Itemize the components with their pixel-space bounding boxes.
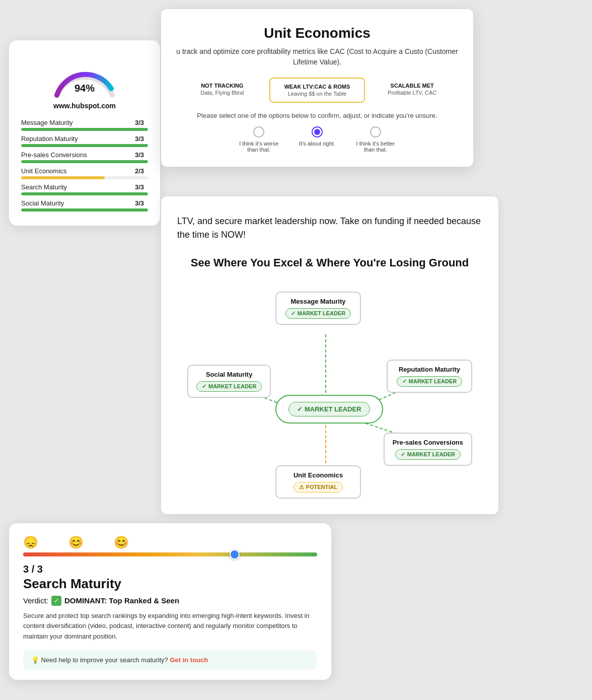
center-badge: ✓ MARKET LEADER [288,402,370,416]
slider-thumb[interactable] [230,549,240,559]
metric-bar-fill [21,208,148,212]
stage-title: WEAK LTV:CAC & ROMS [276,84,358,90]
stage-sub: Leaving $$ on the Table [276,91,358,97]
card-body-text: Secure and protect top search rankings b… [23,611,317,642]
stage-item: SCALABLE METProfitable LTV, CAC [365,78,459,103]
check-icon: ✓ [291,310,295,317]
metric-bar-fill [21,144,148,147]
stage-title: SCALABLE MET [371,83,453,89]
reputation-maturity-node: Reputation Maturity ✓ MARKET LEADER [387,360,472,393]
check-icon-3: ✓ [402,378,407,385]
metric-bar-wrap [21,144,148,147]
metric-block: Reputation Maturity 3/3 [21,135,148,147]
center-node: ✓ MARKET LEADER [275,395,383,424]
metric-bar-wrap [21,192,148,195]
help-link[interactable]: Get in touch [170,656,208,664]
stage-sub: Profitable LTV, CAC [371,90,453,96]
metric-label: Message Maturity [21,119,131,126]
presales-node: Pre-sales Conversions ✓ MARKET LEADER [384,433,472,466]
site-url: www.hubspot.com [21,102,148,110]
metric-bar-fill [21,176,105,179]
metric-block: Search Maturity 3/3 [21,183,148,195]
metric-label: Social Maturity [21,199,131,207]
warning-icon: ⚠ [299,484,304,491]
slider-track[interactable] [23,552,317,556]
stage-title: NOT TRACKING [181,83,263,89]
metric-bar-wrap [21,160,148,163]
metrics-container: Message Maturity 3/3 Reputation Maturity… [21,119,148,212]
right-panel: LTV, and secure market leadership now. T… [161,196,498,514]
verdict-text: DOMINANT: Top Ranked & Seen [64,596,179,605]
metric-block: Pre-sales Conversions 3/3 [21,151,148,163]
verdict-label: Verdict: [23,596,48,605]
social-maturity-node: Social Maturity ✓ MARKET LEADER [187,365,271,398]
message-maturity-badge: ✓ MARKET LEADER [285,308,351,319]
social-maturity-badge: ✓ MARKET LEADER [196,381,262,392]
radio-option[interactable]: It's about right. [299,126,335,147]
reputation-maturity-title: Reputation Maturity [396,366,463,373]
help-box: 💡 Need help to improve your search matur… [23,650,317,670]
presales-title: Pre-sales Conversions [393,439,463,446]
radio-circle[interactable] [370,126,381,137]
stage-item: NOT TRACKINGData, Flying Blind [175,78,269,103]
social-maturity-title: Social Maturity [196,371,262,378]
radio-options[interactable]: I think it's worse than that. It's about… [175,126,459,153]
emoji-happy: 😊 [114,535,129,549]
radio-label: I think it's better than that. [355,141,396,153]
stage-sub: Data, Flying Blind [181,90,263,96]
emoji-row: 😞 😊 😊 [23,535,317,549]
metric-bar-wrap [21,176,148,179]
presales-badge: ✓ MARKET LEADER [395,449,461,460]
score-card: 94% www.hubspot.com Message Maturity 3/3… [9,40,160,226]
section-title: See Where You Excel & Where You're Losin… [177,256,482,270]
metric-label: Reputation Maturity [21,135,131,143]
metric-block: Unit Economics 2/3 [21,167,148,179]
radio-circle[interactable] [312,126,323,137]
please-select-text: Please select one of the options below t… [175,112,459,119]
metric-score: 3/3 [135,199,144,207]
gauge-svg: 94% [49,52,120,98]
message-maturity-node: Message Maturity ✓ MARKET LEADER [275,292,361,325]
metric-bar-fill [21,160,148,163]
check-icon-5: ✓ [401,451,405,458]
metric-label: Search Maturity [21,183,131,191]
radio-circle[interactable] [253,126,264,137]
emoji-neutral: 😊 [68,535,84,549]
metric-bar-fill [21,128,148,131]
verdict-row: Verdict: ✓ DOMINANT: Top Ranked & Seen [23,596,317,606]
metric-score: 3/3 [135,119,144,126]
metric-bar-wrap [21,208,148,212]
verdict-check-icon: ✓ [51,596,61,606]
metric-score: 3/3 [135,135,144,143]
metric-score: 3/3 [135,151,144,159]
metric-block: Social Maturity 3/3 [21,199,148,212]
score-big: 3 / 3 [23,564,317,575]
gauge-wrapper: 94% [21,52,148,98]
radio-inner [314,129,320,135]
metric-label: Unit Economics [21,167,131,175]
radio-option[interactable]: I think it's worse than that. [239,126,279,153]
right-panel-top-text: LTV, and secure market leadership now. T… [177,215,482,242]
metric-score: 2/3 [135,167,144,175]
stage-item: WEAK LTV:CAC & ROMSLeaving $$ on the Tab… [269,78,365,103]
metric-block: Message Maturity 3/3 [21,119,148,131]
unit-economics-modal: Unit Economics u track and optimize core… [161,9,473,167]
reputation-maturity-badge: ✓ MARKET LEADER [397,376,462,387]
metric-bar-fill [21,192,148,195]
message-maturity-title: Message Maturity [284,298,352,305]
emoji-sad: 😞 [23,535,38,549]
search-maturity-card: 😞 😊 😊 3 / 3 Search Maturity Verdict: ✓ D… [9,523,331,680]
metric-score: 3/3 [135,183,144,191]
flowchart: Message Maturity ✓ MARKET LEADER Social … [177,287,482,498]
radio-label: I think it's worse than that. [239,141,279,153]
metric-label: Pre-sales Conversions [21,151,131,159]
stages-row: NOT TRACKINGData, Flying BlindWEAK LTV:C… [175,78,459,103]
unit-economics-node: Unit Economics ⚠ POTENTIAL [275,465,361,499]
modal-desc: u track and optimize core profitability … [175,46,459,67]
unit-economics-title: Unit Economics [284,471,352,479]
search-maturity-card-title: Search Maturity [23,576,317,592]
unit-economics-badge: ⚠ POTENTIAL [293,482,343,493]
svg-text:94%: 94% [75,83,95,94]
radio-label: It's about right. [299,141,335,147]
radio-option[interactable]: I think it's better than that. [355,126,396,153]
